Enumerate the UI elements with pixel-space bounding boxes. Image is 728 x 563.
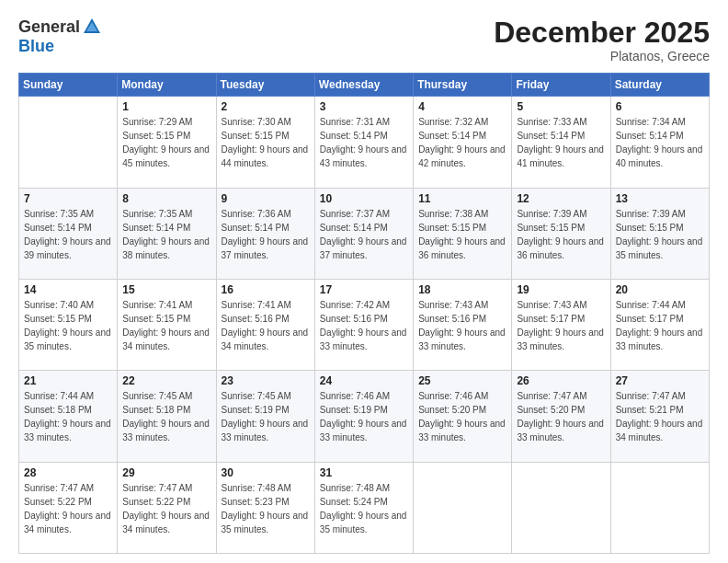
sunrise-text: Sunrise: 7:31 AM — [320, 117, 390, 127]
sunrise-text: Sunrise: 7:38 AM — [418, 209, 488, 219]
sunset-text: Sunset: 5:16 PM — [320, 314, 388, 324]
calendar-cell-w4-d2: 22 Sunrise: 7:45 AM Sunset: 5:18 PM Dayl… — [118, 371, 216, 462]
day-number: 23 — [222, 374, 310, 387]
daylight-text: Daylight: 9 hours and 45 minutes. — [122, 144, 210, 168]
day-info: Sunrise: 7:33 AM Sunset: 5:14 PM Dayligh… — [517, 115, 605, 170]
daylight-text: Daylight: 9 hours and 33 minutes. — [320, 419, 407, 442]
daylight-text: Daylight: 9 hours and 34 minutes. — [122, 327, 210, 351]
day-info: Sunrise: 7:45 AM Sunset: 5:18 PM Dayligh… — [122, 389, 210, 444]
daylight-text: Daylight: 9 hours and 43 minutes. — [320, 144, 407, 168]
header: General Blue December 2025 Platanos, Gre… — [18, 17, 710, 63]
location-subtitle: Platanos, Greece — [494, 49, 710, 63]
sunrise-text: Sunrise: 7:46 AM — [320, 391, 390, 401]
logo-general-text: General — [18, 17, 80, 37]
day-number: 7 — [24, 192, 112, 205]
day-info: Sunrise: 7:46 AM Sunset: 5:20 PM Dayligh… — [418, 389, 506, 444]
sunset-text: Sunset: 5:14 PM — [517, 131, 585, 141]
daylight-text: Daylight: 9 hours and 33 minutes. — [517, 327, 604, 351]
day-info: Sunrise: 7:31 AM Sunset: 5:14 PM Dayligh… — [320, 115, 408, 170]
calendar-cell-w1-d2: 1 Sunrise: 7:29 AM Sunset: 5:15 PM Dayli… — [118, 97, 216, 188]
calendar-header-row: Sunday Monday Tuesday Wednesday Thursday… — [19, 74, 710, 97]
calendar-week-2: 7 Sunrise: 7:35 AM Sunset: 5:14 PM Dayli… — [19, 188, 710, 279]
day-number: 28 — [24, 466, 112, 479]
sunset-text: Sunset: 5:18 PM — [122, 405, 190, 415]
sunrise-text: Sunrise: 7:43 AM — [517, 300, 586, 310]
sunrise-text: Sunrise: 7:47 AM — [616, 391, 686, 401]
day-number: 20 — [616, 283, 704, 296]
calendar-cell-w2-d5: 11 Sunrise: 7:38 AM Sunset: 5:15 PM Dayl… — [414, 188, 512, 279]
day-number: 3 — [320, 100, 408, 113]
sunset-text: Sunset: 5:14 PM — [320, 223, 388, 233]
day-number: 27 — [616, 374, 704, 387]
calendar-cell-w1-d3: 2 Sunrise: 7:30 AM Sunset: 5:15 PM Dayli… — [216, 97, 314, 188]
sunset-text: Sunset: 5:20 PM — [418, 405, 486, 415]
sunset-text: Sunset: 5:14 PM — [24, 223, 92, 233]
calendar-week-1: 1 Sunrise: 7:29 AM Sunset: 5:15 PM Dayli… — [19, 97, 710, 188]
sunrise-text: Sunrise: 7:40 AM — [24, 300, 94, 310]
sunrise-text: Sunrise: 7:48 AM — [222, 483, 291, 493]
sunrise-text: Sunrise: 7:32 AM — [418, 117, 488, 127]
sunrise-text: Sunrise: 7:44 AM — [616, 300, 686, 310]
sunrise-text: Sunrise: 7:41 AM — [122, 300, 192, 310]
daylight-text: Daylight: 9 hours and 33 minutes. — [122, 419, 210, 442]
day-info: Sunrise: 7:35 AM Sunset: 5:14 PM Dayligh… — [122, 207, 210, 262]
calendar-cell-w5-d2: 29 Sunrise: 7:47 AM Sunset: 5:22 PM Dayl… — [118, 462, 216, 553]
daylight-text: Daylight: 9 hours and 34 minutes. — [222, 327, 309, 351]
day-info: Sunrise: 7:39 AM Sunset: 5:15 PM Dayligh… — [616, 207, 704, 262]
daylight-text: Daylight: 9 hours and 39 minutes. — [24, 236, 111, 260]
day-number: 12 — [517, 192, 605, 205]
day-number: 15 — [122, 283, 210, 296]
sunset-text: Sunset: 5:15 PM — [24, 314, 92, 324]
day-number: 29 — [122, 466, 210, 479]
day-number: 19 — [517, 283, 605, 296]
sunset-text: Sunset: 5:20 PM — [517, 405, 585, 415]
daylight-text: Daylight: 9 hours and 42 minutes. — [418, 144, 506, 168]
day-number: 21 — [24, 374, 112, 387]
day-number: 25 — [418, 374, 506, 387]
sunset-text: Sunset: 5:21 PM — [616, 405, 684, 415]
calendar-week-5: 28 Sunrise: 7:47 AM Sunset: 5:22 PM Dayl… — [19, 462, 710, 553]
day-number: 1 — [122, 100, 210, 113]
sunrise-text: Sunrise: 7:43 AM — [418, 300, 488, 310]
sunset-text: Sunset: 5:19 PM — [222, 405, 290, 415]
calendar-table: Sunday Monday Tuesday Wednesday Thursday… — [18, 73, 710, 554]
day-info: Sunrise: 7:42 AM Sunset: 5:16 PM Dayligh… — [320, 298, 408, 353]
calendar-cell-w4-d6: 26 Sunrise: 7:47 AM Sunset: 5:20 PM Dayl… — [512, 371, 610, 462]
day-info: Sunrise: 7:46 AM Sunset: 5:19 PM Dayligh… — [320, 389, 408, 444]
day-number: 17 — [320, 283, 408, 296]
daylight-text: Daylight: 9 hours and 34 minutes. — [122, 511, 210, 534]
calendar-cell-w3-d3: 16 Sunrise: 7:41 AM Sunset: 5:16 PM Dayl… — [216, 279, 314, 370]
calendar-cell-w4-d1: 21 Sunrise: 7:44 AM Sunset: 5:18 PM Dayl… — [19, 371, 118, 462]
calendar-week-3: 14 Sunrise: 7:40 AM Sunset: 5:15 PM Dayl… — [19, 279, 710, 370]
day-info: Sunrise: 7:47 AM Sunset: 5:22 PM Dayligh… — [122, 481, 210, 536]
sunset-text: Sunset: 5:14 PM — [418, 131, 486, 141]
calendar-cell-w3-d2: 15 Sunrise: 7:41 AM Sunset: 5:15 PM Dayl… — [118, 279, 216, 370]
header-thursday: Thursday — [414, 74, 512, 97]
day-number: 31 — [320, 466, 408, 479]
daylight-text: Daylight: 9 hours and 38 minutes. — [122, 236, 210, 260]
calendar-cell-w1-d1 — [19, 97, 118, 188]
calendar-cell-w3-d5: 18 Sunrise: 7:43 AM Sunset: 5:16 PM Dayl… — [414, 279, 512, 370]
day-number: 8 — [122, 192, 210, 205]
day-number: 5 — [517, 100, 605, 113]
sunset-text: Sunset: 5:15 PM — [517, 223, 585, 233]
calendar-cell-w3-d4: 17 Sunrise: 7:42 AM Sunset: 5:16 PM Dayl… — [314, 279, 413, 370]
sunset-text: Sunset: 5:14 PM — [616, 131, 684, 141]
sunrise-text: Sunrise: 7:45 AM — [122, 391, 192, 401]
logo-icon — [82, 17, 102, 37]
sunset-text: Sunset: 5:18 PM — [24, 405, 92, 415]
header-saturday: Saturday — [610, 74, 709, 97]
title-block: December 2025 Platanos, Greece — [494, 17, 710, 63]
day-info: Sunrise: 7:41 AM Sunset: 5:15 PM Dayligh… — [122, 298, 210, 353]
sunrise-text: Sunrise: 7:45 AM — [222, 391, 291, 401]
logo-blue-text: Blue — [18, 37, 54, 56]
header-friday: Friday — [512, 74, 610, 97]
header-tuesday: Tuesday — [216, 74, 314, 97]
calendar-cell-w3-d1: 14 Sunrise: 7:40 AM Sunset: 5:15 PM Dayl… — [19, 279, 118, 370]
sunset-text: Sunset: 5:15 PM — [122, 314, 190, 324]
day-info: Sunrise: 7:43 AM Sunset: 5:16 PM Dayligh… — [418, 298, 506, 353]
calendar-cell-w2-d3: 9 Sunrise: 7:36 AM Sunset: 5:14 PM Dayli… — [216, 188, 314, 279]
calendar-cell-w5-d4: 31 Sunrise: 7:48 AM Sunset: 5:24 PM Dayl… — [314, 462, 413, 553]
daylight-text: Daylight: 9 hours and 33 minutes. — [517, 419, 604, 442]
calendar-cell-w4-d5: 25 Sunrise: 7:46 AM Sunset: 5:20 PM Dayl… — [414, 371, 512, 462]
